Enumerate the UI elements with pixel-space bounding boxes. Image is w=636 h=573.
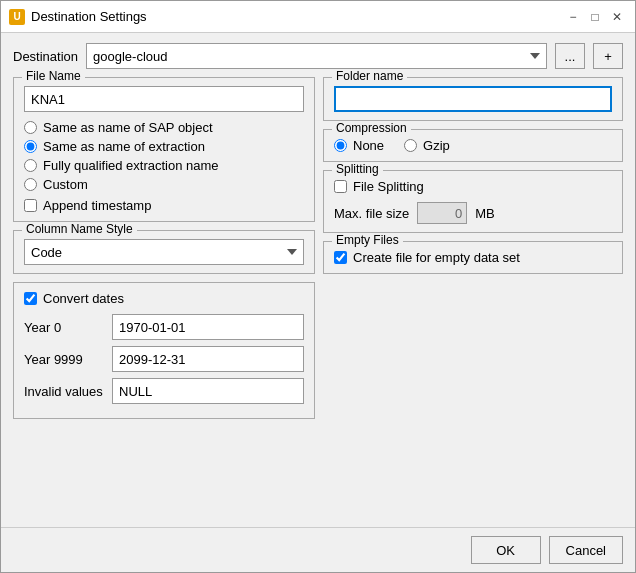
main-panels: File Name Same as name of SAP object Sam…	[13, 77, 623, 517]
convert-dates-checkbox[interactable]	[24, 292, 37, 305]
column-name-style-select[interactable]: Code Name Both	[24, 239, 304, 265]
folder-name-group: Folder name	[323, 77, 623, 121]
app-icon: U	[9, 9, 25, 25]
radio-custom-label: Custom	[43, 177, 88, 192]
radio-same-sap-label: Same as name of SAP object	[43, 120, 213, 135]
file-name-group: File Name Same as name of SAP object Sam…	[13, 77, 315, 222]
radio-same-sap[interactable]: Same as name of SAP object	[24, 120, 304, 135]
radio-fully-qualified-label: Fully qualified extraction name	[43, 158, 219, 173]
right-panel: Folder name Compression None Gzip	[323, 77, 623, 517]
radio-fully-qualified-input[interactable]	[24, 159, 37, 172]
radio-same-extraction-input[interactable]	[24, 140, 37, 153]
title-bar: U Destination Settings − □ ✕	[1, 1, 635, 33]
dialog-content: Destination google-cloud local s3 azure …	[1, 33, 635, 527]
destination-add-button[interactable]: +	[593, 43, 623, 69]
dates-header: Convert dates	[24, 291, 304, 306]
footer: OK Cancel	[1, 527, 635, 572]
radio-fully-qualified[interactable]: Fully qualified extraction name	[24, 158, 304, 173]
append-timestamp-checkbox-row[interactable]: Append timestamp	[24, 198, 304, 213]
empty-files-label: Create file for empty data set	[353, 250, 520, 265]
column-name-style-group: Column Name Style Code Name Both	[13, 230, 315, 274]
maximize-button[interactable]: □	[585, 7, 605, 27]
year9999-label: Year 9999	[24, 352, 104, 367]
year9999-row: Year 9999	[24, 346, 304, 372]
radio-same-extraction-label: Same as name of extraction	[43, 139, 205, 154]
cancel-button[interactable]: Cancel	[549, 536, 623, 564]
file-name-group-label: File Name	[22, 69, 85, 83]
radio-gzip-label: Gzip	[423, 138, 450, 153]
file-name-radio-group: Same as name of SAP object Same as name …	[24, 120, 304, 192]
splitting-header: File Splitting	[334, 179, 612, 194]
radio-none-label: None	[353, 138, 384, 153]
radio-gzip[interactable]: Gzip	[404, 138, 450, 153]
append-timestamp-checkbox[interactable]	[24, 199, 37, 212]
destination-row: Destination google-cloud local s3 azure …	[13, 43, 623, 69]
file-name-input[interactable]	[24, 86, 304, 112]
invalid-values-input[interactable]	[112, 378, 304, 404]
radio-same-extraction[interactable]: Same as name of extraction	[24, 139, 304, 154]
max-file-size-label: Max. file size	[334, 206, 409, 221]
dates-group: Convert dates Year 0 Year 9999 Invalid v…	[13, 282, 315, 419]
splitting-group-label: Splitting	[332, 162, 383, 176]
file-splitting-label: File Splitting	[353, 179, 424, 194]
destination-browse-button[interactable]: ...	[555, 43, 585, 69]
window-title: Destination Settings	[31, 9, 563, 24]
radio-none[interactable]: None	[334, 138, 384, 153]
year0-label: Year 0	[24, 320, 104, 335]
empty-files-group: Empty Files Create file for empty data s…	[323, 241, 623, 274]
radio-gzip-input[interactable]	[404, 139, 417, 152]
max-file-size-input[interactable]	[417, 202, 467, 224]
destination-select[interactable]: google-cloud local s3 azure	[86, 43, 547, 69]
radio-custom[interactable]: Custom	[24, 177, 304, 192]
left-panel: File Name Same as name of SAP object Sam…	[13, 77, 315, 517]
window-controls: − □ ✕	[563, 7, 627, 27]
minimize-button[interactable]: −	[563, 7, 583, 27]
year0-input[interactable]	[112, 314, 304, 340]
column-name-style-label: Column Name Style	[22, 222, 137, 236]
invalid-values-row: Invalid values	[24, 378, 304, 404]
invalid-values-label: Invalid values	[24, 384, 104, 399]
dialog-window: U Destination Settings − □ ✕ Destination…	[0, 0, 636, 573]
empty-files-group-label: Empty Files	[332, 233, 403, 247]
convert-dates-label: Convert dates	[43, 291, 124, 306]
radio-custom-input[interactable]	[24, 178, 37, 191]
year0-row: Year 0	[24, 314, 304, 340]
empty-files-checkbox[interactable]	[334, 251, 347, 264]
append-timestamp-label: Append timestamp	[43, 198, 151, 213]
folder-name-group-label: Folder name	[332, 69, 407, 83]
file-size-row: Max. file size MB	[334, 202, 612, 224]
compression-radios: None Gzip	[334, 138, 612, 153]
splitting-group: Splitting File Splitting Max. file size …	[323, 170, 623, 233]
file-splitting-checkbox[interactable]	[334, 180, 347, 193]
file-size-unit: MB	[475, 206, 495, 221]
radio-same-sap-input[interactable]	[24, 121, 37, 134]
compression-group-label: Compression	[332, 121, 411, 135]
radio-none-input[interactable]	[334, 139, 347, 152]
ok-button[interactable]: OK	[471, 536, 541, 564]
empty-files-checkbox-row[interactable]: Create file for empty data set	[334, 250, 612, 265]
folder-name-input[interactable]	[334, 86, 612, 112]
close-button[interactable]: ✕	[607, 7, 627, 27]
destination-label: Destination	[13, 49, 78, 64]
compression-group: Compression None Gzip	[323, 129, 623, 162]
year9999-input[interactable]	[112, 346, 304, 372]
